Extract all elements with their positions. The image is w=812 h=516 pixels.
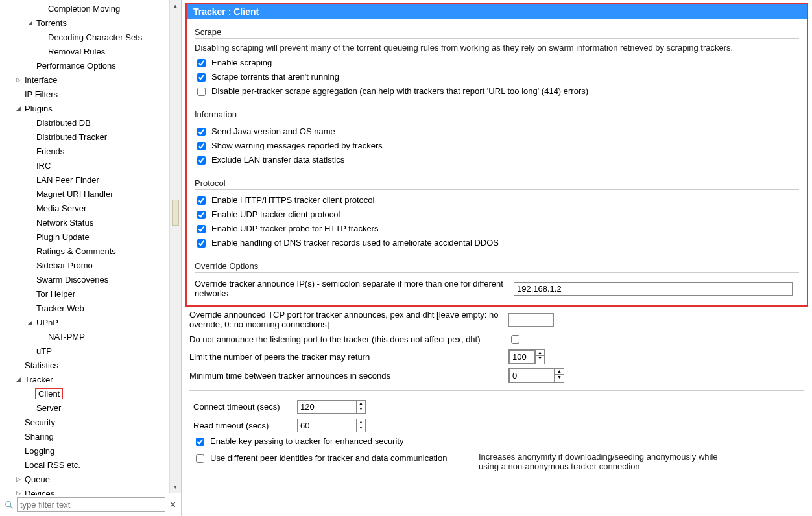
section-title-override: Override Options — [195, 261, 799, 271]
collapse-icon[interactable]: ◢ — [14, 375, 22, 383]
tree-item-tweb[interactable]: Tracker Web — [0, 301, 168, 315]
tree-item-rss[interactable]: Local RSS etc. — [0, 458, 168, 472]
scroll-up-icon[interactable]: ▴ — [170, 0, 181, 12]
spin-up-icon[interactable]: ▲ — [357, 419, 365, 425]
spin-down-icon[interactable]: ▼ — [555, 375, 564, 380]
tree-item-devices[interactable]: ▷Devices — [0, 486, 168, 495]
tree-item-perf[interactable]: Performance Options — [0, 58, 168, 73]
svg-point-0 — [6, 501, 11, 506]
tree-item-queue[interactable]: ▷Queue — [0, 472, 168, 486]
tree-item-upnp[interactable]: ◢UPnP — [0, 315, 168, 329]
label-no-announce-port: Do not announce the listening port to th… — [189, 334, 501, 344]
label-read-timeout: Read timeout (secs) — [193, 421, 291, 430]
tree-item-magnet[interactable]: Magnet URI Handler — [0, 187, 168, 201]
input-override-ip[interactable] — [514, 282, 793, 296]
chk-show-warnings[interactable]: Show warning messages reported by tracke… — [195, 139, 799, 154]
tree-item-lan[interactable]: LAN Peer Finder — [0, 172, 168, 187]
filter-input[interactable] — [17, 497, 165, 512]
collapse-icon[interactable]: ◢ — [26, 19, 34, 27]
expand-icon[interactable]: ▷ — [14, 475, 22, 483]
chk-diff-identities[interactable]: Use different peer identities for tracke… — [193, 452, 472, 466]
panel-title: Tracker : Client — [187, 4, 807, 19]
label-connect-timeout: Connect timeout (secs) — [193, 402, 291, 412]
tree-item-security[interactable]: Security — [0, 415, 168, 429]
scroll-grip[interactable] — [172, 200, 179, 226]
spinner-min-time[interactable]: ▲▼ — [508, 368, 564, 383]
settings-tree: Completion Moving ◢Torrents Decoding Cha… — [0, 0, 181, 495]
collapse-icon[interactable]: ◢ — [14, 104, 22, 112]
chk-disable-aggregation[interactable]: Disable per-tracker scrape aggregation (… — [195, 85, 799, 99]
tree-item-logging[interactable]: Logging — [0, 443, 168, 458]
label-override-ip: Override tracker announce IP(s) - semico… — [195, 279, 506, 298]
highlighted-region: Tracker : Client Scrape Disabling scrapi… — [185, 3, 808, 307]
spinner-peer-limit[interactable]: ▲▼ — [508, 349, 545, 364]
settings-main-panel: Tracker : Client Scrape Disabling scrapi… — [182, 0, 812, 516]
tree-item-friends[interactable]: Friends — [0, 144, 168, 158]
tree-item-client[interactable]: Client — [0, 386, 168, 401]
tree-item-ratings[interactable]: Ratings & Comments — [0, 244, 168, 258]
filter-row: ✕ — [0, 495, 181, 516]
chk-enable-scraping[interactable]: Enable scraping — [195, 56, 799, 71]
diff-identities-note: Increases anonymity if downloading/seedi… — [479, 452, 725, 471]
spin-down-icon[interactable]: ▼ — [357, 425, 365, 430]
spin-down-icon[interactable]: ▼ — [357, 406, 365, 412]
chk-enable-udp[interactable]: Enable UDP tracker client protocol — [195, 208, 799, 222]
tree-item-sharing[interactable]: Sharing — [0, 429, 168, 443]
chk-exclude-lan[interactable]: Exclude LAN transfer data statistics — [195, 154, 799, 168]
settings-tree-sidebar: Completion Moving ◢Torrents Decoding Cha… — [0, 0, 182, 516]
section-title-scrape: Scrape — [195, 27, 799, 37]
chk-scrape-not-running[interactable]: Scrape torrents that aren't running — [195, 71, 799, 85]
tree-item-swarm[interactable]: Swarm Discoveries — [0, 272, 168, 287]
chk-no-announce-port[interactable] — [511, 335, 519, 344]
chk-udp-probe[interactable]: Enable UDP tracker probe for HTTP tracke… — [195, 222, 799, 237]
spin-up-icon[interactable]: ▲ — [555, 369, 564, 375]
spin-up-icon[interactable]: ▲ — [536, 350, 544, 356]
tree-item-torrents[interactable]: ◢Torrents — [0, 16, 168, 30]
tree-item-ipfilters[interactable]: IP Filters — [0, 87, 168, 101]
label-peer-limit: Limit the number of peers the tracker ma… — [189, 352, 501, 362]
section-title-protocol: Protocol — [195, 178, 799, 188]
tree-item-pluginupd[interactable]: Plugin Update — [0, 229, 168, 244]
chk-enable-http[interactable]: Enable HTTP/HTTPS tracker client protoco… — [195, 194, 799, 208]
tree-item-plugins[interactable]: ◢Plugins — [0, 101, 168, 115]
input-override-port[interactable] — [508, 313, 554, 327]
tree-item-statistics[interactable]: Statistics — [0, 358, 168, 372]
tree-item-tor[interactable]: Tor Helper — [0, 287, 168, 301]
tree-item-natpmp[interactable]: NAT-PMP — [0, 329, 168, 344]
tree-item-decoding[interactable]: Decoding Character Sets — [0, 30, 168, 44]
svg-line-1 — [10, 506, 13, 508]
spin-up-icon[interactable]: ▲ — [357, 401, 365, 406]
chk-key-passing[interactable]: Enable key passing to tracker for enhanc… — [193, 435, 800, 449]
chk-dns-records[interactable]: Enable handling of DNS tracker records u… — [195, 237, 799, 251]
tree-item-media[interactable]: Media Server — [0, 201, 168, 215]
tree-item-dtracker[interactable]: Distributed Tracker — [0, 130, 168, 144]
tree-item-interface[interactable]: ▷Interface — [0, 73, 168, 87]
scrape-description: Disabling scraping will prevent many of … — [195, 43, 799, 53]
spinner-connect-timeout[interactable]: ▲▼ — [297, 400, 366, 414]
tree-item-netstat[interactable]: Network Status — [0, 215, 168, 229]
tree-item-irc[interactable]: IRC — [0, 158, 168, 172]
input-connect-timeout[interactable] — [298, 401, 356, 413]
tree-item-utp[interactable]: uTP — [0, 344, 168, 358]
expand-icon[interactable]: ▷ — [14, 489, 22, 495]
tree-item-completion-moving[interactable]: Completion Moving — [0, 1, 168, 16]
tree-item-removal[interactable]: Removal Rules — [0, 44, 168, 58]
section-title-info: Information — [195, 110, 799, 119]
tree-item-ddb[interactable]: Distributed DB — [0, 115, 168, 130]
chk-send-java-os[interactable]: Send Java version and OS name — [195, 125, 799, 139]
expand-icon[interactable]: ▷ — [14, 76, 22, 84]
tree-item-sidebar[interactable]: Sidebar Promo — [0, 258, 168, 272]
search-icon — [4, 500, 14, 510]
scroll-down-icon[interactable]: ▾ — [170, 481, 181, 493]
spinner-read-timeout[interactable]: ▲▼ — [297, 419, 366, 432]
input-min-time[interactable] — [509, 369, 555, 382]
tree-item-tracker[interactable]: ◢Tracker — [0, 372, 168, 386]
clear-filter-icon[interactable]: ✕ — [168, 500, 177, 510]
spin-down-icon[interactable]: ▼ — [536, 356, 544, 361]
input-read-timeout[interactable] — [298, 419, 356, 432]
sidebar-scrollbar[interactable]: ▴ ▾ — [169, 0, 181, 493]
collapse-icon[interactable]: ◢ — [26, 318, 34, 326]
input-peer-limit[interactable] — [509, 350, 535, 364]
tree-item-server[interactable]: Server — [0, 401, 168, 415]
label-override-port: Override announced TCP port for tracker … — [189, 310, 501, 329]
